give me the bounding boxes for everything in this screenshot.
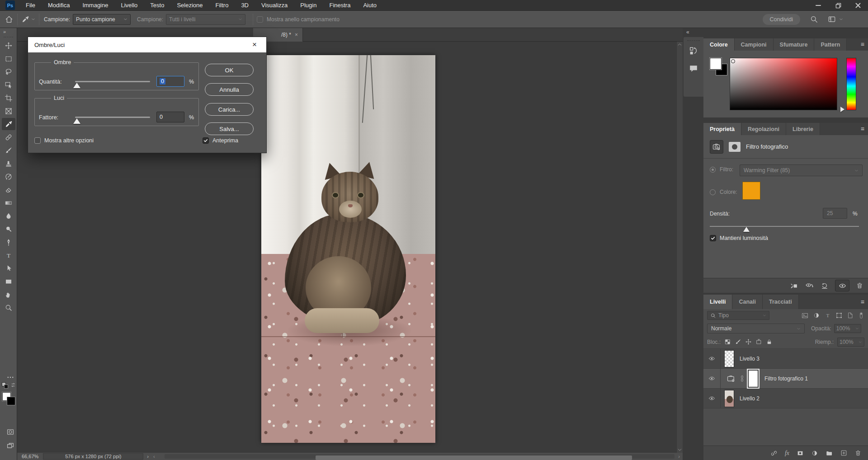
layer-thumbnail[interactable] [724, 390, 734, 407]
tool-pen[interactable] [2, 236, 15, 248]
home-icon[interactable] [5, 15, 14, 24]
filter-adjustment-layers-icon[interactable] [813, 312, 820, 319]
highlights-slider-track[interactable] [75, 117, 150, 118]
tool-type[interactable]: T [2, 249, 15, 261]
delete-layer-icon[interactable] [854, 449, 862, 457]
menu-3d[interactable]: 3D [235, 0, 255, 11]
highlights-slider-thumb[interactable] [73, 118, 80, 124]
dialog-close-icon[interactable]: × [249, 40, 260, 49]
sample-select[interactable]: Punto campione [73, 14, 131, 25]
tab-campioni[interactable]: Campioni [735, 38, 774, 51]
menu-selezione[interactable]: Selezione [170, 0, 209, 11]
zoom-level-field[interactable]: 66,67% [17, 454, 43, 459]
layer-visibility-eye-icon[interactable] [703, 349, 721, 368]
tool-rectangle[interactable] [2, 275, 15, 287]
menu-file[interactable]: File [19, 0, 42, 11]
layer-mask-thumbnail[interactable] [748, 370, 758, 387]
tool-lasso[interactable] [2, 66, 15, 78]
panel-foreground-swatch[interactable] [710, 58, 722, 70]
delete-adjustment-icon[interactable] [856, 282, 863, 290]
tool-brush[interactable] [2, 144, 15, 156]
filter-shape-layers-icon[interactable] [835, 312, 843, 319]
preserve-luminosity-checkbox[interactable] [710, 235, 716, 241]
layer-visibility-eye-icon[interactable] [703, 369, 721, 388]
expand-panels-icon[interactable]: « [686, 29, 689, 35]
tool-eyedropper[interactable] [2, 118, 15, 130]
filter-type-layers-icon[interactable]: T [824, 312, 831, 319]
tab-tracciati[interactable]: Tracciati [763, 295, 799, 309]
filter-smart-objects-icon[interactable] [847, 312, 854, 319]
history-panel-icon[interactable] [686, 43, 701, 59]
scroll-down-icon[interactable] [678, 448, 682, 451]
tool-hand[interactable] [2, 288, 15, 300]
lock-pixels-icon[interactable] [735, 338, 741, 345]
tab-canali[interactable]: Canali [732, 295, 763, 309]
tool-crop[interactable] [2, 92, 15, 104]
toolbar-collapse-icon[interactable]: » [0, 28, 17, 35]
tab-regolazioni[interactable]: Regolazioni [741, 123, 786, 135]
tab-sfumature[interactable]: Sfumature [774, 38, 815, 51]
status-expand-icon[interactable]: › [147, 454, 149, 459]
reset-adjustment-icon[interactable] [821, 282, 829, 290]
preview-checkbox[interactable] [203, 137, 209, 144]
tool-move[interactable] [2, 39, 15, 52]
dock-grip[interactable] [687, 38, 700, 41]
canvas-horizontal-scrollbar[interactable] [165, 454, 675, 459]
add-mask-icon[interactable] [796, 450, 804, 457]
blend-mode-select[interactable]: Normale [707, 324, 805, 333]
screen-mode-icon[interactable] [4, 439, 17, 451]
photo-filter-icon[interactable] [710, 140, 723, 154]
filtering-toggle[interactable] [858, 311, 864, 320]
fill-field[interactable]: 100% [837, 338, 864, 347]
tool-gradient[interactable] [2, 197, 15, 209]
background-color-swatch[interactable] [7, 397, 15, 405]
comments-panel-icon[interactable] [686, 61, 701, 76]
hue-slider-arrow[interactable] [840, 107, 844, 112]
menu-finestra[interactable]: Finestra [323, 0, 357, 11]
layer-visibility-eye-icon[interactable] [703, 389, 721, 408]
menu-modifica[interactable]: Modifica [42, 0, 76, 11]
new-adjustment-layer-icon[interactable] [811, 450, 818, 457]
hscroll-right-icon[interactable]: › [678, 454, 680, 459]
mask-link-icon[interactable] [740, 375, 745, 383]
view-previous-state-icon[interactable] [805, 282, 814, 290]
search-icon[interactable] [810, 15, 818, 23]
tool-preset-eyedropper[interactable] [21, 15, 35, 23]
edit-toolbar-icon[interactable] [4, 371, 17, 383]
menu-visualizza[interactable]: Visualizza [255, 0, 294, 11]
panel-menu-icon[interactable]: ≡ [861, 298, 864, 305]
lock-artboard-icon[interactable] [755, 338, 762, 345]
layer-row-livello-2[interactable]: Livello 2 [703, 389, 868, 408]
show-more-options-checkbox[interactable] [34, 137, 41, 144]
document-image[interactable] [261, 55, 435, 443]
shadows-slider-track[interactable] [75, 81, 150, 82]
app-logo-icon[interactable]: Ps [5, 0, 15, 10]
swap-colors-icon[interactable] [10, 382, 16, 388]
toggle-visibility-icon[interactable] [835, 280, 849, 291]
menu-filtro[interactable]: Filtro [209, 0, 235, 11]
layer-thumbnail[interactable] [724, 350, 734, 367]
default-colors-icon[interactable] [2, 382, 8, 389]
tool-object-selection[interactable] [2, 79, 15, 91]
hscroll-thumb[interactable] [316, 455, 632, 460]
menu-immagine[interactable]: Immagine [76, 0, 114, 11]
new-group-icon[interactable] [825, 450, 833, 457]
toolbar-grip[interactable] [4, 37, 13, 38]
tab-librerie[interactable]: Librerie [786, 123, 820, 135]
tool-dodge[interactable] [2, 223, 15, 235]
close-icon[interactable] [848, 0, 868, 11]
filter-color-swatch[interactable] [742, 182, 760, 200]
density-slider-thumb[interactable] [743, 227, 750, 232]
load-button[interactable]: Carica... [205, 103, 254, 116]
filter-pixel-layers-icon[interactable] [801, 312, 809, 319]
opacity-field[interactable]: 100% [834, 324, 861, 333]
tool-spot-healing-brush[interactable] [2, 131, 15, 143]
color-picker-ring[interactable] [731, 59, 735, 63]
save-button[interactable]: Salva... [205, 122, 254, 135]
new-layer-icon[interactable] [840, 449, 848, 457]
clip-to-layer-icon[interactable] [790, 282, 798, 290]
density-slider-track[interactable] [710, 226, 859, 227]
tool-blur[interactable] [2, 210, 15, 222]
tool-path-selection[interactable] [2, 262, 15, 274]
restore-icon[interactable] [828, 0, 848, 11]
